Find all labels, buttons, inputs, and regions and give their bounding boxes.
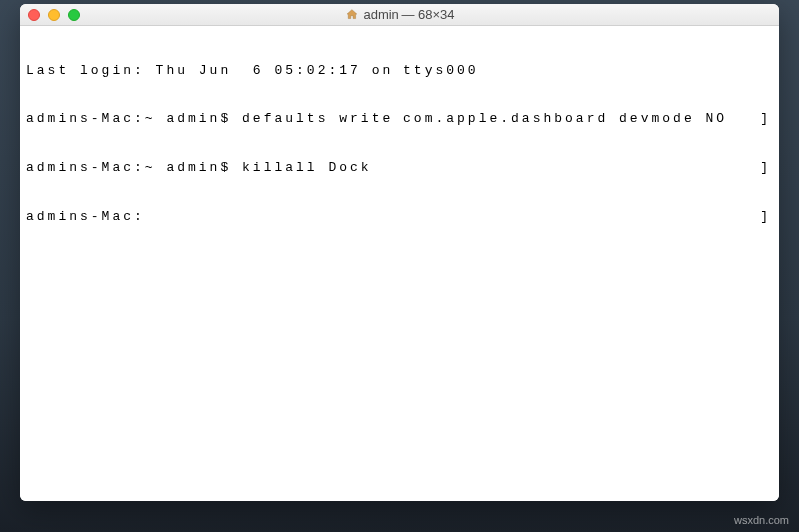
line-text: admins-Mac:~ admin$ killall Dock — [26, 160, 372, 175]
titlebar[interactable]: admin — 68×34 — [20, 4, 779, 26]
home-icon — [344, 8, 358, 22]
close-button[interactable] — [28, 9, 40, 21]
line-right: ] — [760, 111, 771, 127]
terminal-line: Last login: Thu Jun 6 05:02:17 on ttys00… — [26, 63, 773, 79]
window-title: admin — 68×34 — [363, 7, 454, 22]
terminal-line: admins-Mac:] — [26, 209, 773, 225]
line-text: admins-Mac: — [26, 209, 145, 224]
terminal-line: admins-Mac:~ admin$ defaults write com.a… — [26, 111, 773, 127]
zoom-button[interactable] — [68, 9, 80, 21]
watermark: wsxdn.com — [734, 514, 789, 526]
terminal-window: admin — 68×34 Last login: Thu Jun 6 05:0… — [20, 4, 779, 501]
window-title-section: admin — 68×34 — [344, 7, 454, 22]
terminal-line: admins-Mac:~ admin$ killall Dock] — [26, 160, 773, 176]
line-right: ] — [760, 160, 771, 176]
text-cursor — [479, 64, 486, 78]
line-text: Last login: Thu Jun 6 05:02:17 on ttys00… — [26, 63, 479, 78]
terminal-output[interactable]: Last login: Thu Jun 6 05:02:17 on ttys00… — [20, 26, 779, 501]
minimize-button[interactable] — [48, 9, 60, 21]
line-right: ] — [760, 209, 771, 225]
line-text: admins-Mac:~ admin$ defaults write com.a… — [26, 111, 727, 126]
traffic-lights — [28, 9, 80, 21]
